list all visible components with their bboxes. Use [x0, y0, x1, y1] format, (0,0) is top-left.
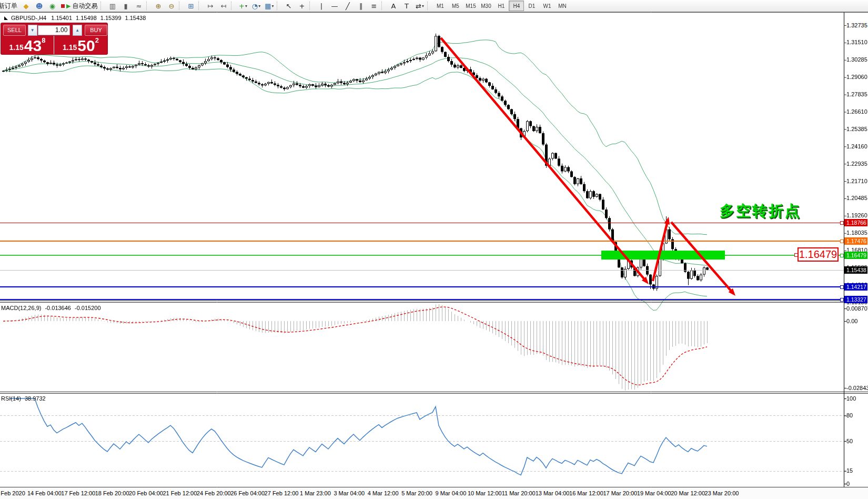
bar-chart-icon[interactable]: ▥ [106, 1, 119, 12]
timeframe-h1[interactable]: H1 [493, 1, 509, 11]
price-chart-canvas[interactable] [0, 0, 868, 499]
toolbar-separator [100, 2, 105, 10]
price-tick-label: 1.27835 [846, 91, 868, 97]
arrows-icon[interactable]: ⇄▾ [413, 1, 426, 12]
price-badge-1.15438: 1.15438 [844, 266, 867, 274]
toolbar-separator [309, 2, 314, 10]
sell-price[interactable]: 1.15 43 8 [1, 36, 54, 54]
price-tick-label: 1.20485 [846, 195, 868, 201]
time-axis-label: 20 Feb 04:00 [129, 490, 163, 496]
macd-axis-label: -0.028436 [846, 385, 868, 391]
macd-axis-label: 0.008707 [846, 305, 868, 312]
macd-label: MACD(12,26,9) -0.013646 -0.015200 [1, 305, 101, 311]
fibonacci-icon[interactable]: ≡ [367, 1, 380, 12]
price-tick-label: 1.29060 [846, 74, 868, 80]
chevron-down-icon: ▾ [272, 4, 274, 8]
templates-button[interactable]: ▦▾ [263, 1, 276, 12]
sell-button[interactable]: SELL [3, 25, 26, 36]
price-badge-1.16479: 1.16479 [844, 252, 867, 259]
callout-anchor-square [794, 253, 798, 257]
timeframe-mn[interactable]: MN [554, 1, 570, 11]
cursor-icon[interactable]: ↖ [282, 1, 295, 12]
timeframe-m30[interactable]: M30 [478, 1, 493, 11]
add-indicator-button[interactable]: +▾ [236, 1, 249, 12]
one-click-trading-panel: SELL ▼ 1.00 ▲ BUY 1.15 43 8 1.15 50 2 [1, 23, 107, 54]
time-axis-label: 3 Mar 04:00 [334, 490, 365, 496]
horizontal-line-icon[interactable]: — [328, 1, 341, 12]
level-anchor-square [840, 254, 844, 257]
time-axis-label: 16 Mar 12:00 [569, 490, 603, 496]
toolbar-separator [179, 2, 183, 10]
vertical-line-icon[interactable]: | [315, 1, 328, 12]
equidistant-channel-icon[interactable]: ∥ [354, 1, 367, 12]
level-anchor-square [840, 285, 844, 289]
zoom-out-icon[interactable]: ⊖ [165, 1, 178, 12]
chart-title: GBPUSD-,H4 1.15401 1.15498 1.15399 1.154… [4, 15, 146, 21]
sell-price-main: 1.15 [9, 43, 24, 53]
price-badge-1.14217: 1.14217 [844, 283, 867, 291]
price-tick-label: 1.22935 [846, 161, 868, 167]
chevron-down-icon: ▾ [258, 4, 260, 8]
price-badge-1.13327: 1.13327 [844, 296, 867, 303]
timeframe-d1[interactable]: D1 [524, 1, 539, 11]
time-axis-label: 14 Feb 04:00 [27, 490, 62, 496]
time-axis-label: 27 Feb 12:00 [265, 490, 299, 496]
time-axis-label: 24 Feb 20:00 [197, 490, 231, 496]
time-axis-label: 19 Mar 04:00 [637, 490, 671, 496]
timeframe-h4[interactable]: H4 [509, 1, 524, 11]
toolbar-separator [146, 2, 150, 10]
toolbar-separator [381, 2, 386, 10]
close-value: 1.15438 [125, 15, 146, 21]
buy-button[interactable]: BUY [85, 25, 107, 36]
toolbar-icons: ◆☻◉▶自动交易▥▮≈⊕⊖⊞↦↤+▾◔▾▦▾↖+|—╱∥≡AT⇄▾ [19, 1, 432, 12]
price-tick-label: 1.18035 [846, 229, 868, 236]
periods-button[interactable]: ◔▾ [249, 1, 263, 12]
timeframe-w1[interactable]: W1 [539, 1, 554, 11]
rsi-name: RSI(14) [1, 395, 21, 402]
buy-price[interactable]: 1.15 50 2 [54, 36, 107, 54]
auto-scroll-icon[interactable]: ↦ [204, 1, 217, 12]
tile-windows-icon[interactable]: ⊞ [184, 1, 197, 12]
time-axis-label: 9 Mar 04:00 [436, 490, 467, 496]
time-axis-label: 1 Mar 23:00 [300, 490, 331, 496]
timeframe-m1[interactable]: M1 [432, 1, 448, 11]
price-tick-label: 1.25385 [846, 126, 868, 132]
volume-input[interactable]: 1.00 [38, 25, 70, 35]
line-chart-icon[interactable]: ≈ [132, 1, 145, 12]
rsi-value: 38.9732 [25, 395, 46, 402]
zoom-in-icon[interactable]: ⊕ [152, 1, 165, 12]
trendline-icon[interactable]: ╱ [341, 1, 354, 12]
turning-point-annotation[interactable]: 多空转折点 [720, 201, 801, 221]
new-order-icon[interactable]: ◆ [19, 1, 33, 12]
price-tick-label: 1.21710 [846, 178, 868, 184]
rsi-axis-label: 50 [846, 438, 853, 444]
price-callout-box[interactable]: 1.16479 [798, 247, 839, 262]
time-axis-label: 10 Mar 12:00 [468, 490, 502, 496]
new-order-button[interactable]: 新订单 [0, 2, 19, 11]
timeframe-m15[interactable]: M15 [463, 1, 478, 11]
time-axis-label: 17 Feb 12:00 [61, 490, 95, 496]
autotrading-label: 自动交易 [72, 2, 97, 11]
crosshair-icon[interactable]: + [295, 1, 308, 12]
macd-value-1: -0.013646 [45, 305, 71, 311]
chart-shift-icon[interactable]: ↤ [217, 1, 230, 12]
volume-increase-button[interactable]: ▲ [73, 25, 82, 36]
time-axis-label: 26 Feb 04:00 [230, 490, 265, 496]
macd-value-2: -0.015200 [75, 305, 101, 311]
level-anchor-square [840, 221, 844, 225]
macd-name: MACD(12,26,9) [1, 305, 41, 311]
volume-decrease-button[interactable]: ▼ [28, 25, 37, 36]
time-axis-label: 13 Mar 04:00 [536, 490, 570, 496]
time-axis-label: 5 Mar 20:00 [401, 490, 432, 496]
text-label-icon[interactable]: T [400, 1, 413, 12]
price-tick-label: 1.30285 [846, 56, 868, 63]
timeframe-m5[interactable]: M5 [448, 1, 463, 11]
text-icon[interactable]: A [387, 1, 400, 12]
accounts-icon[interactable]: ☻ [33, 1, 46, 12]
timeframe-buttons: M1M5M15M30H1H4D1W1MN [432, 1, 570, 11]
candlestick-icon[interactable]: ▮ [119, 1, 132, 12]
signal-icon[interactable]: ◉ [46, 1, 59, 12]
autotrading-button[interactable]: ▶自动交易 [59, 2, 99, 11]
rsi-label: RSI(14) 38.9732 [1, 395, 46, 402]
time-axis-label: 21 Feb 12:00 [163, 490, 197, 496]
